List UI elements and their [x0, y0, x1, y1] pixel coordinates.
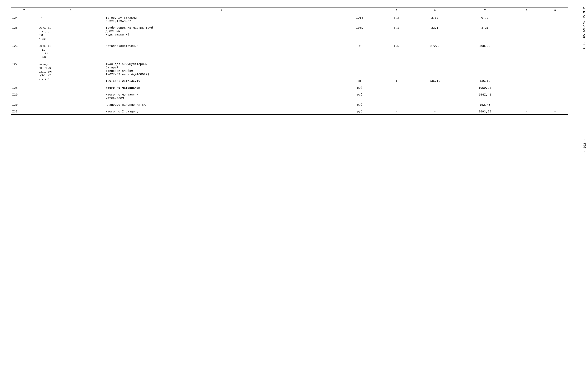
header-col-6: 6 — [411, 7, 458, 14]
row-description: Плановые накопления 6% — [104, 101, 338, 108]
row-ref: Калькул. КПП МГСС 22.I2.69г. ЦСРСЦ №I ч.… — [37, 60, 104, 84]
row-unit: I00м — [338, 24, 381, 42]
header-col-4: 4 — [338, 7, 381, 14]
row-id: I27 — [11, 60, 37, 84]
side-label-top: 407-I-65 Альбом IV ч.2 — [582, 7, 587, 50]
row-col-8: – — [512, 42, 542, 60]
row-description: То же, Ду 50х25мм 3,3хI,II3=3,67 — [104, 14, 338, 24]
row-unit: руб — [338, 91, 381, 101]
row-description: Металлоконструкции — [104, 42, 338, 60]
main-table: I 2 3 4 5 6 7 8 9 I24-"-То же, Ду 50х25м… — [11, 7, 568, 115]
row-col-8: – — [512, 60, 542, 84]
row-unit: руб — [338, 108, 381, 115]
row-col-8: – — [512, 91, 542, 101]
row-id: I29 — [11, 91, 37, 101]
row-ref: ЦСРСЦ №I ч.У стр. 43I п.260 — [37, 24, 104, 42]
header-col-1: I — [11, 7, 37, 14]
row-ref: ЦСРСЦ №I ч.II стр.92 п.462 — [37, 42, 104, 60]
row-col-8: – — [512, 24, 542, 42]
row-id: I28 — [11, 84, 37, 91]
row-description: Шкаф для аккумуляторных батарей (типовой… — [104, 60, 338, 84]
row-ref — [37, 84, 104, 91]
row-col-5: – — [381, 108, 411, 115]
row-id: I3I — [11, 108, 37, 115]
row-col-9: – — [542, 101, 568, 108]
table-row: I29Итого по монтажу и материалемруб––254… — [11, 91, 568, 101]
row-id: I26 — [11, 42, 37, 60]
row-col-5: – — [381, 101, 411, 108]
row-col-7: 2693,89 — [458, 108, 512, 115]
row-ref: -"- — [37, 14, 104, 24]
row-col-5: 0,2 — [381, 14, 411, 24]
row-col-6: – — [411, 91, 458, 101]
header-col-3: 3 — [104, 7, 338, 14]
row-id: I25 — [11, 24, 37, 42]
row-col-7: 0,73 — [458, 14, 512, 24]
row-description: Итого по материалам: — [104, 84, 338, 91]
row-col-9: – — [542, 91, 568, 101]
row-id: I30 — [11, 101, 37, 108]
table-row: I24-"-То же, Ду 50х25мм 3,3хI,II3=3,67IO… — [11, 14, 568, 24]
row-col-5: 0,1 — [381, 24, 411, 42]
row-col-9: – — [542, 24, 568, 42]
row-col-6: 272,0 — [411, 42, 458, 60]
row-col-9: – — [542, 14, 568, 24]
row-col-6: I36,I9 — [411, 60, 458, 84]
table-row: I26ЦСРСЦ №I ч.II стр.92 п.462Металлоконс… — [11, 42, 568, 60]
row-description: Трубопровод из медных труб Д 8хI мм Медь… — [104, 24, 338, 42]
side-label-bottom: - I02 - — [583, 139, 587, 153]
row-col-9: – — [542, 60, 568, 84]
header-col-8: 8 — [512, 7, 542, 14]
row-col-5: – — [381, 84, 411, 91]
header-col-7: 7 — [458, 7, 512, 14]
header-col-5: 5 — [381, 7, 411, 14]
row-unit: т — [338, 42, 381, 60]
row-col-9: – — [542, 108, 568, 115]
header-col-2: 2 — [37, 7, 104, 14]
row-col-7: 3,3I — [458, 24, 512, 42]
row-col-8: – — [512, 14, 542, 24]
row-col-5: – — [381, 91, 411, 101]
table-row: I30Плановые накопления 6%руб––I52,48–– — [11, 101, 568, 108]
row-col-6: 3,67 — [411, 14, 458, 24]
row-col-7: I36,I9 — [458, 60, 512, 84]
table-row: I25ЦСРСЦ №I ч.У стр. 43I п.260Трубопрово… — [11, 24, 568, 42]
row-description: Итого по монтажу и материалем — [104, 91, 338, 101]
row-ref — [37, 101, 104, 108]
row-col-9: – — [542, 84, 568, 91]
row-col-5: I — [381, 60, 411, 84]
row-ref — [37, 91, 104, 101]
row-description: Итого по I разделу — [104, 108, 338, 115]
row-col-6: 33,I — [411, 24, 458, 42]
row-ref — [37, 108, 104, 115]
row-col-7: 254I,4I — [458, 91, 512, 101]
row-col-7: I52,48 — [458, 101, 512, 108]
row-unit: IOшт — [338, 14, 381, 24]
row-unit: шт — [338, 60, 381, 84]
row-id: I24 — [11, 14, 37, 24]
row-col-8: – — [512, 101, 542, 108]
table-row: I3IИтого по I разделуруб––2693,89–– — [11, 108, 568, 115]
row-col-9: – — [542, 42, 568, 60]
row-col-5: I,5 — [381, 42, 411, 60]
row-col-6: – — [411, 108, 458, 115]
table-header-row: I 2 3 4 5 6 7 8 9 — [11, 7, 568, 14]
row-col-8: – — [512, 108, 542, 115]
row-col-7: I059,90 — [458, 84, 512, 91]
row-unit: руб — [338, 84, 381, 91]
page-container: 407-I-65 Альбом IV ч.2 - I02 - I 2 3 4 5… — [0, 0, 588, 371]
row-col-8: – — [512, 84, 542, 91]
row-unit: руб — [338, 101, 381, 108]
row-col-7: 408,00 — [458, 42, 512, 60]
row-col-6: – — [411, 101, 458, 108]
table-row: I28Итого по материалам:руб––I059,90–– — [11, 84, 568, 91]
row-col-6: – — [411, 84, 458, 91]
header-col-9: 9 — [542, 7, 568, 14]
table-row: I27Калькул. КПП МГСС 22.I2.69г. ЦСРСЦ №I… — [11, 60, 568, 84]
